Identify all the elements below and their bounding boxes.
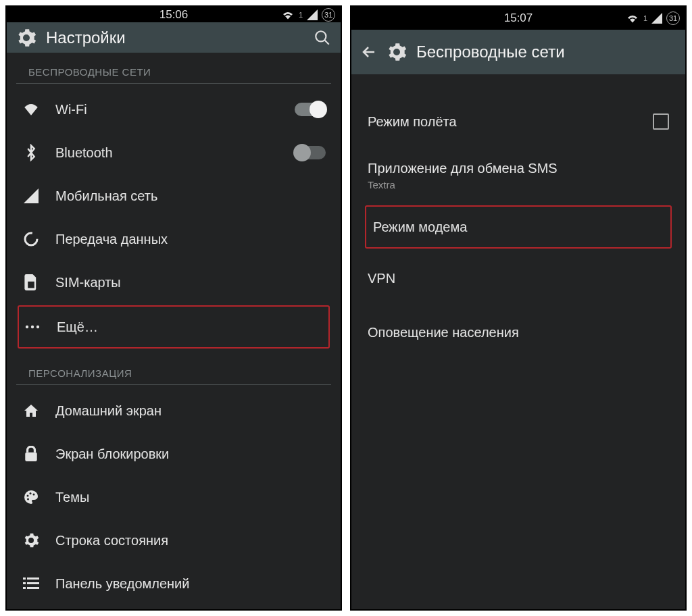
svg-rect-13 (27, 578, 39, 580)
home-icon (23, 403, 39, 418)
svg-rect-14 (23, 582, 26, 584)
gear-icon (16, 28, 36, 48)
header: Беспроводные сети (351, 30, 685, 74)
row-label: Строка состояния (55, 533, 168, 548)
row-label: Приложение для обмена SMS (368, 161, 558, 176)
svg-line-1 (324, 40, 329, 45)
wifi-icon (281, 9, 295, 20)
row-data-usage[interactable]: Передача данных (7, 217, 341, 261)
svg-rect-7 (25, 453, 36, 461)
back-icon[interactable] (361, 44, 377, 60)
signal-icon (651, 13, 662, 24)
status-bar: 15:06 1 31 (7, 7, 341, 22)
row-label: Панель уведомлений (55, 576, 189, 592)
signal-icon (24, 188, 39, 203)
row-airplane-mode[interactable]: Режим полёта (351, 95, 685, 149)
sim-icon (24, 274, 38, 290)
row-label: SIM-карты (55, 275, 121, 290)
row-tethering[interactable]: Режим модема (365, 205, 672, 249)
section-wireless-header: БЕСПРОВОДНЫЕ СЕТИ (16, 53, 331, 84)
wifi-icon (22, 102, 40, 117)
svg-rect-3 (28, 282, 34, 288)
sim-slot-badge: 1 (299, 11, 303, 19)
svg-point-2 (25, 233, 37, 245)
personalization-list: Домашний экран Экран блокировки Темы Стр… (7, 385, 341, 609)
row-sms-app[interactable]: Приложение для обмена SMS Textra (351, 149, 685, 203)
row-themes[interactable]: Темы (7, 476, 341, 519)
search-icon[interactable] (314, 29, 331, 47)
svg-point-5 (31, 326, 34, 328)
row-notification-panel[interactable]: Панель уведомлений (7, 562, 341, 605)
row-label: Режим полёта (368, 114, 457, 130)
svg-rect-15 (27, 582, 39, 584)
signal-icon (307, 9, 318, 20)
airplane-checkbox[interactable] (653, 113, 669, 130)
row-status-bar[interactable]: Строка состояния (7, 519, 341, 562)
data-usage-icon (23, 231, 39, 247)
row-sim-cards[interactable]: SIM-карты (7, 261, 341, 304)
svg-rect-17 (27, 587, 39, 589)
section-personalization-header: ПЕРСОНАЛИЗАЦИЯ (16, 354, 331, 385)
status-bar: 15:07 1 31 (351, 7, 685, 30)
wifi-icon (626, 13, 639, 24)
clock: 15:06 (159, 8, 189, 22)
row-label: Мобильная сеть (55, 188, 157, 204)
svg-point-4 (26, 326, 28, 328)
row-lock-screen[interactable]: Экран блокировки (7, 432, 341, 476)
svg-point-6 (36, 326, 39, 328)
palette-icon (23, 489, 39, 505)
calendar-badge: 31 (666, 11, 680, 25)
row-label: Экран блокировки (55, 446, 169, 462)
row-label: Wi-Fi (55, 102, 87, 118)
svg-point-9 (30, 492, 32, 494)
wireless-detail-list: Режим полёта Приложение для обмена SMS T… (351, 74, 685, 359)
lock-icon (24, 446, 38, 462)
calendar-badge: 31 (322, 8, 335, 22)
row-label: Режим модема (373, 220, 467, 235)
row-label: Оповещение населения (368, 325, 519, 340)
row-label: VPN (368, 271, 395, 286)
sim-slot-badge: 1 (643, 14, 647, 22)
row-label: Передача данных (55, 232, 168, 247)
row-bluetooth[interactable]: Bluetooth (7, 131, 341, 174)
gear-icon (387, 42, 407, 62)
wireless-list: Wi-Fi Bluetooth Мобильная сеть Передача … (7, 84, 341, 354)
bluetooth-icon (25, 144, 37, 161)
row-home-screen[interactable]: Домашний экран (7, 389, 341, 432)
wifi-toggle[interactable] (295, 103, 326, 116)
page-title: Настройки (46, 28, 126, 47)
status-icons: 1 31 (281, 8, 335, 22)
row-label: Bluetooth (55, 145, 113, 161)
header: Настройки (7, 22, 341, 53)
row-label: Домашний экран (55, 403, 162, 419)
phone-settings: 15:06 1 31 Настройки БЕСПРОВОДНЫЕ СЕТИ W… (5, 5, 342, 611)
row-mobile-network[interactable]: Мобильная сеть (7, 174, 341, 217)
list-icon (23, 577, 39, 590)
phone-wireless-networks: 15:07 1 31 Беспроводные сети Режим полёт… (350, 5, 687, 611)
status-icons: 1 31 (626, 11, 680, 25)
more-icon (25, 324, 40, 330)
row-vpn[interactable]: VPN (351, 251, 685, 305)
gear-icon (23, 532, 39, 548)
row-subtitle: Textra (368, 179, 395, 190)
row-wifi[interactable]: Wi-Fi (7, 88, 341, 131)
row-more[interactable]: Ещё… (18, 305, 330, 349)
svg-rect-16 (23, 587, 26, 589)
row-label: Темы (55, 490, 89, 505)
clock: 15:07 (504, 11, 533, 25)
svg-point-11 (27, 498, 29, 500)
svg-point-0 (316, 31, 326, 41)
svg-point-8 (27, 495, 29, 497)
row-label: Ещё… (57, 319, 98, 335)
bluetooth-toggle[interactable] (295, 146, 326, 159)
svg-point-10 (33, 494, 35, 496)
svg-rect-12 (23, 578, 26, 580)
row-cell-broadcast[interactable]: Оповещение населения (351, 305, 685, 359)
page-title: Беспроводные сети (416, 43, 565, 61)
